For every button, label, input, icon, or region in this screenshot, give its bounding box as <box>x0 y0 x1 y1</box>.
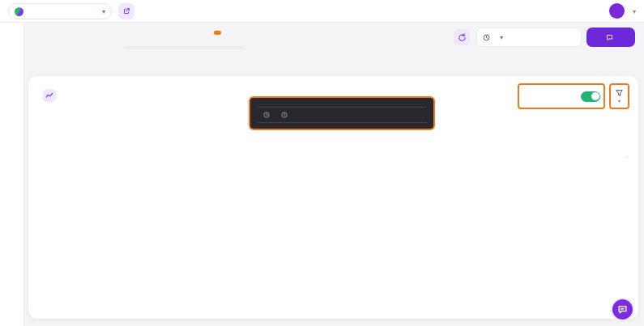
chevron-down-icon: ▾ <box>618 98 621 104</box>
metric-overall <box>437 107 616 109</box>
compare-toggle[interactable] <box>581 91 600 102</box>
filter-annotation[interactable]: ▾ <box>609 83 629 109</box>
traffic-chart[interactable] <box>58 180 603 298</box>
quota-warning-icon <box>214 31 221 35</box>
user-avatar[interactable] <box>609 3 625 19</box>
chart-tooltip <box>249 96 435 130</box>
chart-card: ▾ <box>28 76 638 319</box>
clock-icon <box>483 34 490 41</box>
app-window: ▾ ▾ ▾ <box>0 0 644 326</box>
support-chat-button[interactable] <box>611 298 634 321</box>
card-chart-icon <box>43 89 56 102</box>
clock-icon <box>263 112 270 118</box>
ai-assistant-button[interactable] <box>586 28 635 47</box>
quota-progress-bar <box>123 46 245 49</box>
toggle-knob <box>591 92 599 100</box>
top-bar: ▾ ▾ <box>0 0 644 23</box>
external-link-icon <box>122 7 130 15</box>
open-site-button[interactable] <box>118 3 134 19</box>
avatar-chevron-icon[interactable]: ▾ <box>633 8 636 15</box>
chat-bubble-icon <box>617 304 628 315</box>
clock-icon <box>281 112 288 118</box>
chat-icon <box>606 34 613 41</box>
compare-previous-period-annotation <box>518 83 605 109</box>
show-data-by <box>621 155 629 159</box>
sidebar-nav <box>0 23 24 326</box>
site-selector[interactable]: ▾ <box>8 3 112 19</box>
chevron-down-icon: ▾ <box>102 8 105 15</box>
refresh-icon <box>458 33 467 42</box>
site-favicon-icon <box>15 7 23 16</box>
granularity-segmented-control <box>625 155 629 159</box>
funnel-icon <box>615 89 624 97</box>
chevron-down-icon: ▾ <box>500 34 503 41</box>
date-range-picker[interactable]: ▾ <box>476 28 582 47</box>
refresh-button[interactable] <box>454 29 470 45</box>
